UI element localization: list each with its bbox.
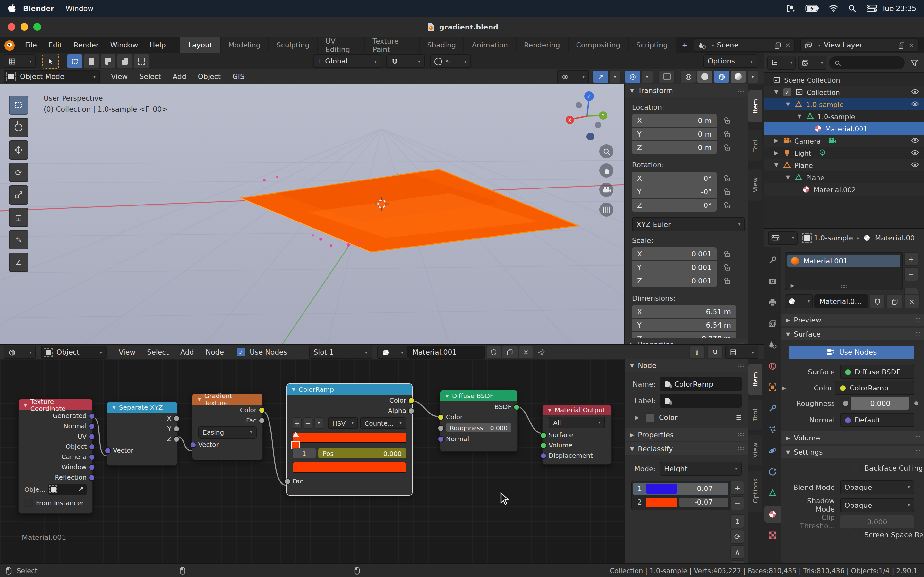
clip-threshold-slider[interactable]: 0.000 bbox=[840, 516, 914, 528]
node-diffuse-bsdf[interactable]: ▼Diffuse BSDF BSDF Color Roughness0.000 … bbox=[439, 390, 518, 452]
wifi-icon[interactable] bbox=[824, 5, 843, 12]
hide-object-eye-icon[interactable] bbox=[911, 99, 919, 109]
outliner-row-camera[interactable]: ▶ Camera bbox=[764, 135, 924, 147]
material-slot-dropdown[interactable]: Slot 1▾ bbox=[309, 346, 372, 359]
tool-measure[interactable]: ∠ bbox=[9, 253, 28, 272]
gradient-type-dropdown[interactable]: Easing▾ bbox=[198, 426, 257, 438]
lock-rotation-x-icon[interactable] bbox=[722, 174, 732, 183]
unlink-scene-icon[interactable]: × bbox=[785, 41, 790, 49]
node-panel-header[interactable]: ▼Node∷∷ bbox=[625, 359, 749, 372]
ramp-stop-position-slider[interactable]: Pos0.000 bbox=[318, 448, 406, 458]
shading-wireframe[interactable] bbox=[680, 70, 696, 83]
node-separate-xyz[interactable]: ▼Separate XYZ X Y Z Vector bbox=[107, 401, 178, 466]
hide-light-eye-icon[interactable] bbox=[911, 148, 919, 158]
volume-panel-header[interactable]: ▶Volume∷∷ bbox=[781, 432, 924, 444]
outliner-filter-icon[interactable] bbox=[907, 58, 921, 67]
reclassify-add-button[interactable]: + bbox=[730, 481, 744, 495]
new-view-layer-icon[interactable] bbox=[898, 41, 905, 49]
reclassify-sort-button[interactable]: ∧ bbox=[730, 545, 744, 559]
socket-camera[interactable] bbox=[89, 454, 95, 460]
snap-toggle[interactable]: ▾ bbox=[386, 55, 425, 68]
reclassify-swap-button[interactable]: ⇄ bbox=[730, 560, 744, 563]
color-input-field[interactable]: ColorRamp bbox=[835, 381, 914, 395]
add-workspace-button[interactable]: + bbox=[676, 37, 693, 53]
select-mode-intersect[interactable] bbox=[134, 54, 150, 69]
scale-z-field[interactable]: Z0.001 bbox=[632, 274, 717, 287]
tool-cursor[interactable] bbox=[9, 118, 28, 137]
macos-app-menu[interactable]: Blender bbox=[23, 4, 54, 13]
location-z-field[interactable]: Z0 m bbox=[632, 141, 717, 154]
socket-color-out[interactable] bbox=[258, 407, 265, 414]
reclassify-move-up-button[interactable]: ↥ bbox=[730, 514, 744, 528]
outliner-row-sample-mesh[interactable]: ▼ 1.0-sample bbox=[764, 110, 924, 122]
tool-move[interactable] bbox=[9, 140, 28, 160]
node-color-swatch[interactable] bbox=[645, 413, 654, 422]
view-layer-selector[interactable]: ▾ View Layer × bbox=[800, 39, 919, 52]
eyedropper-icon[interactable] bbox=[78, 486, 84, 492]
normal-input-field[interactable]: Default bbox=[840, 413, 914, 427]
outliner-row-material-001[interactable]: Material.001 bbox=[764, 122, 924, 135]
vp-menu-gis[interactable]: GIS bbox=[226, 73, 250, 81]
ortho-toggle-button[interactable] bbox=[599, 203, 614, 217]
ne-fake-user-button[interactable] bbox=[486, 346, 501, 359]
ne-unlink-material-button[interactable]: × bbox=[518, 346, 533, 359]
breadcrumb-material[interactable]: Material.00 bbox=[875, 234, 915, 242]
hide-collection-eye-icon[interactable] bbox=[911, 87, 919, 97]
overlays-dropdown[interactable]: ▾ bbox=[641, 70, 653, 83]
pan-view-button[interactable] bbox=[599, 163, 614, 177]
reclassify-refresh-button[interactable]: ⟳ bbox=[730, 530, 744, 544]
select-mode-invert[interactable] bbox=[117, 54, 133, 69]
surface-shader-field[interactable]: Diffuse BSDF bbox=[840, 365, 914, 379]
ne-menu-select[interactable]: Select bbox=[141, 348, 174, 356]
viewport-3d[interactable]: Z X Y User Perspective (0) Collection | … bbox=[0, 84, 764, 344]
ne-material-name-field[interactable]: Material.001 bbox=[408, 346, 485, 359]
rotation-order-dropdown[interactable]: XYZ Euler▾ bbox=[632, 218, 745, 231]
shadow-mode-dropdown[interactable]: Opaque▾ bbox=[840, 498, 914, 512]
ne-parent-tree-button[interactable]: ⇧ bbox=[689, 346, 704, 359]
socket-generated[interactable] bbox=[89, 413, 95, 419]
sidebar-tab-tool[interactable]: Tool bbox=[748, 130, 762, 161]
rotation-z-field[interactable]: Z0° bbox=[632, 199, 717, 211]
outliner-row-light[interactable]: ▶ Light bbox=[764, 147, 924, 159]
vp-menu-select[interactable]: Select bbox=[134, 73, 167, 81]
menu-file[interactable]: File bbox=[19, 41, 43, 49]
ne-pin-icon[interactable] bbox=[533, 348, 549, 356]
shader-type-dropdown[interactable]: Object▾ bbox=[41, 346, 107, 359]
socket-volume-in[interactable] bbox=[540, 442, 547, 449]
lock-rotation-y-icon[interactable] bbox=[722, 187, 732, 196]
tool-rotate[interactable]: ⟳ bbox=[9, 163, 28, 182]
remove-view-layer-icon[interactable]: × bbox=[909, 41, 914, 49]
node-texture-coordinate[interactable]: ▼Texture Coordinate Generated Normal UV … bbox=[18, 399, 93, 514]
socket-diffuse-roughness[interactable] bbox=[438, 425, 444, 432]
tab-uv-editing[interactable]: UV Editing bbox=[318, 37, 364, 53]
surface-panel-header[interactable]: ▼Surface∷∷ bbox=[781, 327, 924, 340]
tab-constraints-icon[interactable] bbox=[764, 464, 781, 480]
object-visibility-dropdown[interactable]: ▾ bbox=[557, 70, 589, 83]
lock-scale-x-icon[interactable] bbox=[722, 250, 732, 258]
tab-compositing[interactable]: Compositing bbox=[568, 37, 628, 53]
collection-checkbox[interactable]: ✓ bbox=[783, 87, 792, 97]
sidebar-tab-item[interactable]: Item bbox=[748, 90, 762, 122]
tab-object-data-icon[interactable] bbox=[764, 485, 781, 501]
tab-material-icon[interactable] bbox=[764, 506, 781, 522]
outliner-row-plane[interactable]: ▼ Plane bbox=[764, 159, 924, 171]
socket-diffuse-color[interactable] bbox=[438, 414, 444, 421]
zoom-button[interactable] bbox=[33, 23, 41, 31]
tab-view-layer-icon[interactable] bbox=[764, 316, 781, 332]
shader-editor-canvas[interactable]: ▼Texture Coordinate Generated Normal UV … bbox=[0, 359, 764, 563]
transform-orientation-dropdown[interactable]: ⟂ Global▾ bbox=[313, 55, 381, 68]
socket-vector-in2[interactable] bbox=[190, 442, 196, 448]
ramp-add-stop-button[interactable]: + bbox=[292, 417, 302, 429]
close-button[interactable] bbox=[8, 23, 15, 31]
node-name-field[interactable]: ColorRamp bbox=[660, 377, 742, 391]
shading-dropdown[interactable]: ▾ bbox=[747, 70, 758, 83]
dimensions-y-field[interactable]: Y6.54 m bbox=[632, 319, 736, 332]
lock-rotation-z-icon[interactable] bbox=[722, 201, 732, 210]
ramp-stop-color-swatch[interactable] bbox=[292, 462, 406, 473]
vp-menu-object[interactable]: Object bbox=[192, 73, 227, 81]
shading-rendered[interactable] bbox=[730, 70, 746, 83]
from-instancer-checkbox[interactable] bbox=[24, 498, 33, 507]
animate-roughness-dot[interactable] bbox=[914, 401, 918, 405]
tab-modeling[interactable]: Modeling bbox=[221, 37, 268, 53]
shading-solid[interactable] bbox=[697, 70, 713, 83]
